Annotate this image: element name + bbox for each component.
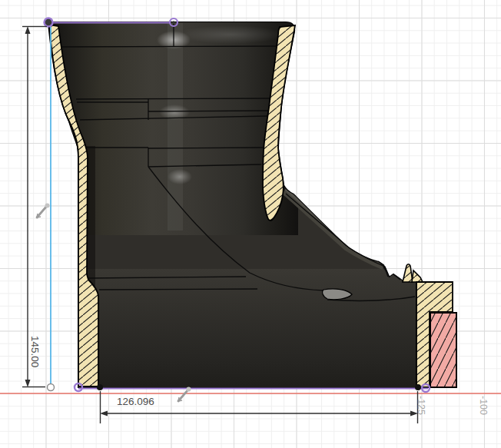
sketch-point-dim-right <box>415 384 421 390</box>
blue-line-endpoint[interactable] <box>48 384 55 391</box>
dimension-pin-icon <box>37 204 50 218</box>
flange-spike-hatch[interactable] <box>403 264 413 282</box>
vertical-dimension-value[interactable]: 145.00 <box>29 336 41 367</box>
axis-label: -125 <box>416 396 426 415</box>
part-body-section[interactable] <box>46 20 419 390</box>
sketch-point-dim-left <box>97 384 103 390</box>
sketch-canvas[interactable]: 145.00 126.096 -125 -100 <box>0 0 501 448</box>
vertical-dimension[interactable] <box>22 26 47 387</box>
flange-finger-hatch[interactable] <box>412 270 423 282</box>
horizontal-dimension-value[interactable]: 126.096 <box>117 396 154 407</box>
axis-label: -100 <box>478 396 489 415</box>
gasket-section-hatch[interactable] <box>430 313 456 387</box>
